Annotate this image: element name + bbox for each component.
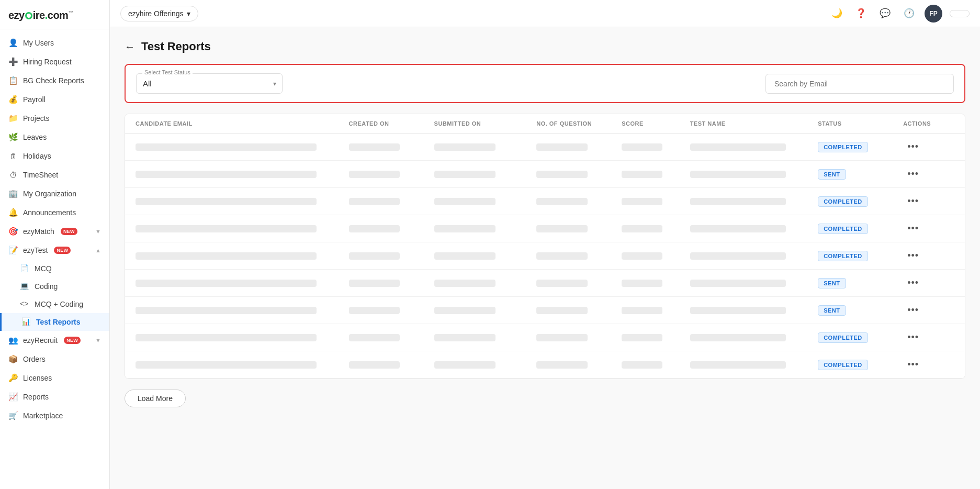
sidebar-sub-label-coding: Coding [35, 282, 58, 291]
sidebar-item-my-users[interactable]: 👤 My Users [0, 34, 109, 52]
skeleton-email [136, 252, 317, 260]
actions-menu-button[interactable]: ••• [903, 357, 923, 372]
nav-icon-timesheet: ⏱ [8, 170, 18, 180]
messages-icon[interactable]: 💬 [876, 5, 893, 22]
nav-icon-my-users: 👤 [8, 38, 18, 48]
sidebar-label-timesheet: TimeSheet [23, 171, 58, 179]
sidebar-item-orders[interactable]: 📦 Orders [0, 350, 109, 369]
sidebar-item-hiring-request[interactable]: ➕ Hiring Request [0, 52, 109, 71]
sidebar-label-ezyrecruit: ezyRecruit [23, 336, 58, 344]
cell-status: SENT [818, 305, 903, 316]
cell-testname [690, 252, 818, 260]
skeleton-questions [536, 171, 588, 178]
sidebar-sub-item-coding[interactable]: 💻 Coding [0, 277, 109, 295]
skeleton-questions [536, 252, 588, 260]
cell-testname [690, 225, 818, 232]
skeleton-created [349, 307, 400, 314]
skeleton-score [622, 171, 662, 178]
table-row: COMPLETED ••• [125, 351, 965, 379]
content-area: ← Test Reports Select Test Status All Co… [110, 27, 980, 489]
cell-score [622, 225, 690, 232]
sidebar-label-my-users: My Users [23, 39, 54, 47]
skeleton-submitted [434, 334, 495, 341]
skeleton-email [136, 198, 317, 205]
sidebar-item-leaves[interactable]: 🌿 Leaves [0, 128, 109, 147]
cell-email [136, 280, 349, 287]
status-badge: COMPLETED [818, 224, 868, 234]
sidebar-item-projects[interactable]: 📁 Projects [0, 109, 109, 128]
sidebar-sub-item-mcq-coding[interactable]: <> MCQ + Coding [0, 295, 109, 313]
actions-menu-button[interactable]: ••• [903, 194, 923, 209]
test-reports-table: CANDIDATE EMAILCREATED ONSUBMITTED ONNO.… [125, 114, 965, 379]
cell-score [622, 334, 690, 341]
sidebar-item-holidays[interactable]: 🗓 Holidays [0, 147, 109, 165]
skeleton-email [136, 361, 317, 369]
sidebar-label-bg-check-reports: BG Check Reports [23, 76, 84, 85]
th-status: STATUS [818, 120, 903, 127]
cell-questions [536, 143, 622, 151]
status-filter-label: Select Test Status [142, 69, 193, 75]
cell-score [622, 280, 690, 287]
sidebar-label-leaves: Leaves [23, 133, 47, 141]
offerings-dropdown[interactable]: ezyhire Offerings ▾ [120, 6, 198, 21]
table-row: SENT ••• [125, 161, 965, 188]
actions-menu-button[interactable]: ••• [903, 330, 923, 345]
search-input[interactable] [765, 74, 954, 94]
topbar-right: 🌙 ❓ 💬 🕐 FP [828, 5, 970, 23]
cell-actions: ••• [903, 357, 954, 372]
cell-status: COMPLETED [818, 224, 903, 234]
back-button[interactable]: ← [125, 41, 135, 53]
actions-menu-button[interactable]: ••• [903, 275, 923, 291]
sidebar-item-my-organization[interactable]: 🏢 My Organization [0, 184, 109, 203]
actions-menu-button[interactable]: ••• [903, 166, 923, 182]
sidebar-item-ezytest[interactable]: 📝 ezyTest New ▲ [0, 241, 109, 260]
offerings-label: ezyhire Offerings [128, 9, 184, 18]
skeleton-email [136, 307, 317, 314]
sidebar-item-timesheet[interactable]: ⏱ TimeSheet [0, 165, 109, 184]
cell-questions [536, 198, 622, 205]
cell-score [622, 307, 690, 314]
dark-mode-icon[interactable]: 🌙 [828, 5, 845, 22]
skeleton-score [622, 361, 662, 369]
sidebar-label-my-organization: My Organization [23, 190, 76, 198]
th-submitted-on: SUBMITTED ON [434, 120, 537, 127]
actions-menu-button[interactable]: ••• [903, 221, 923, 236]
nav-icon-marketplace: 🛒 [8, 411, 18, 420]
topbar-action-button[interactable] [950, 10, 970, 17]
nav-icon-projects: 📁 [8, 114, 18, 123]
sidebar-item-payroll[interactable]: 💰 Payroll [0, 90, 109, 109]
th-actions: ACTIONS [903, 120, 954, 127]
sidebar-sub-label-test-reports: Test Reports [36, 318, 81, 326]
skeleton-score [622, 143, 662, 151]
status-filter-select[interactable]: All Completed Sent Pending [136, 73, 283, 94]
sidebar-sub-item-mcq[interactable]: 📄 MCQ [0, 260, 109, 277]
actions-menu-button[interactable]: ••• [903, 303, 923, 318]
sidebar-item-ezymatch[interactable]: 🎯 ezyMatch New ▼ [0, 222, 109, 241]
cell-created [349, 171, 434, 178]
cell-created [349, 307, 434, 314]
actions-menu-button[interactable]: ••• [903, 248, 923, 263]
skeleton-testname [690, 334, 786, 341]
skeleton-submitted [434, 307, 495, 314]
load-more-button[interactable]: Load More [125, 390, 186, 407]
logo-icon [25, 12, 32, 19]
help-icon[interactable]: ❓ [852, 5, 869, 22]
sidebar-item-ezyrecruit[interactable]: 👥 ezyRecruit New ▼ [0, 331, 109, 350]
sidebar-item-licenses[interactable]: 🔑 Licenses [0, 369, 109, 387]
skeleton-questions [536, 143, 588, 151]
history-icon[interactable]: 🕐 [900, 5, 917, 22]
sidebar-item-reports[interactable]: 📈 Reports [0, 387, 109, 406]
avatar[interactable]: FP [925, 5, 942, 23]
sidebar-item-announcements[interactable]: 🔔 Announcements [0, 203, 109, 222]
nav-icon-licenses: 🔑 [8, 373, 18, 383]
cell-testname [690, 171, 818, 178]
status-badge: COMPLETED [818, 251, 868, 261]
dropdown-chevron-icon: ▾ [187, 9, 190, 18]
sidebar-item-marketplace[interactable]: 🛒 Marketplace [0, 406, 109, 425]
status-badge: SENT [818, 169, 846, 180]
sidebar-sub-label-mcq: MCQ [35, 264, 52, 273]
cell-score [622, 171, 690, 178]
actions-menu-button[interactable]: ••• [903, 139, 923, 154]
sidebar-item-bg-check-reports[interactable]: 📋 BG Check Reports [0, 71, 109, 90]
sidebar-sub-item-test-reports[interactable]: 📊 Test Reports [0, 313, 109, 331]
